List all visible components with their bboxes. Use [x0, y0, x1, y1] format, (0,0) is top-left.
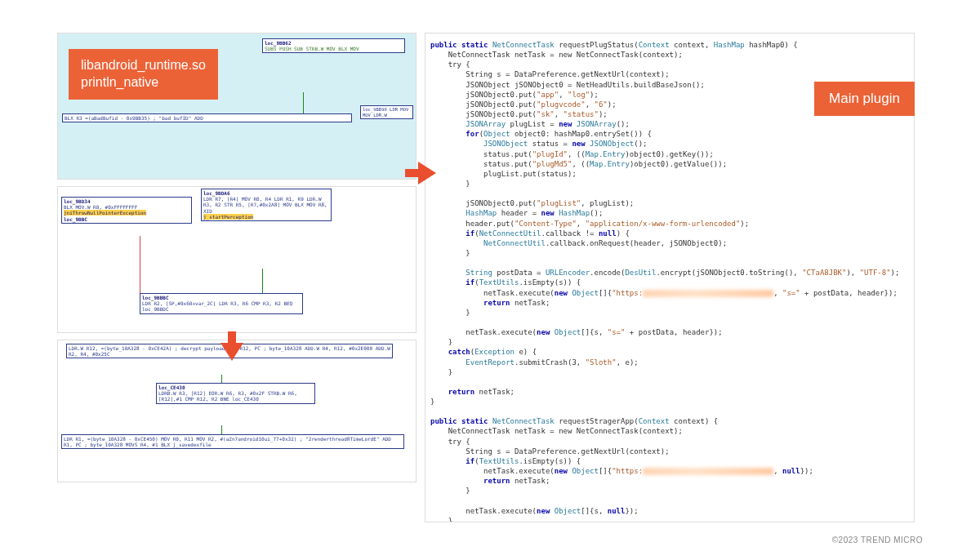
redacted-url — [643, 468, 773, 475]
graph-edge — [262, 269, 263, 293]
left-callout-label: libandroid_runtime.so println_native — [69, 49, 218, 100]
graph-edge — [221, 425, 222, 434]
left-callout-line1: libandroid_runtime.so — [81, 58, 206, 72]
graph-node: BLX R3 =(aBadBufid - 0x9BB35) ; "bad buf… — [62, 113, 352, 122]
graph-node: loc_9BBBC LDR R2, [SP,#0x60+var_2C] LDR … — [140, 293, 303, 314]
left-callout-line2: println_native — [81, 75, 158, 89]
graph-node: loc_9BB62 SUBS PUSH SUB STRB.W MOV BLX M… — [262, 38, 405, 53]
graph-node: loc_CE430 LDRB.W R3, [R12] EOR.W R6, R3,… — [156, 383, 315, 404]
ida-graph-pane-middle: loc_9BD34 BLX MOV.W R0, #0xFFFFFFFF jniT… — [57, 186, 416, 333]
disassembly-column: loc_9BB62 SUBS PUSH SUB STRB.W MOV BLX M… — [57, 33, 416, 522]
graph-node: loc_9BD34 BLX MOV.W R0, #0xFFFFFFFF jniT… — [61, 197, 192, 224]
graph-node: loc_9BDA6 LDR R7, [R4] MOV R0, R4 LDR R1… — [201, 189, 332, 221]
copyright-footer: ©2023 TREND MICRO — [832, 535, 923, 544]
right-callout-label: Main plugin — [814, 82, 915, 116]
graph-node: LDR R1, =(byte_10A328 - 0xCE450) MOV R0,… — [61, 434, 404, 449]
graph-edge — [221, 375, 222, 383]
arrow-down-icon — [220, 343, 243, 361]
graph-edge — [140, 236, 140, 293]
redacted-url — [643, 290, 773, 297]
main-content: loc_9BB62 SUBS PUSH SUB STRB.W MOV BLX M… — [57, 33, 923, 522]
graph-edge — [303, 92, 304, 113]
arrow-right-icon — [418, 162, 436, 184]
right-callout-text: Main plugin — [829, 91, 900, 106]
graph-node: loc_9BB98 LDR MOV MOV LDR.W — [360, 105, 413, 119]
ida-graph-pane-bottom: LDR.W R12, =(byte_10A328 - 0xCE42A) ; de… — [57, 340, 416, 482]
